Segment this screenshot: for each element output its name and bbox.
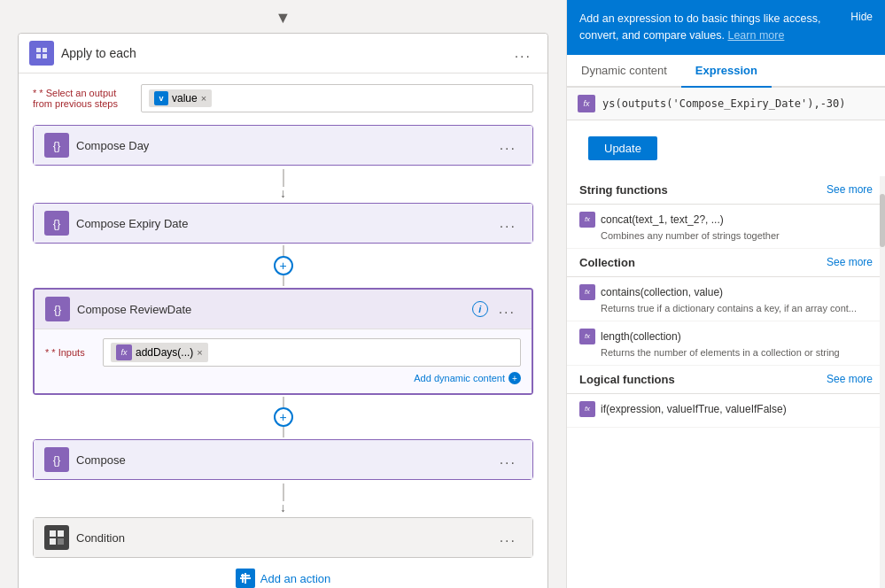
contains-desc: Returns true if a dictionary contains a …: [601, 303, 873, 313]
compose-expiry-card: {} Compose Expiry Date ...: [33, 203, 533, 244]
concat-name: concat(text_1, text_2?, ...): [601, 213, 724, 226]
condition-more-button[interactable]: ...: [494, 528, 522, 547]
compose-day-header[interactable]: {} Compose Day ...: [34, 126, 532, 165]
svg-rect-6: [50, 538, 56, 545]
string-functions-title: String functions: [579, 183, 668, 197]
svg-rect-4: [50, 530, 56, 537]
condition-card: Condition ...: [33, 517, 533, 558]
function-item-length[interactable]: fx length(collection) Returns the number…: [567, 321, 885, 366]
plus-button-2[interactable]: +: [274, 407, 293, 427]
apply-each-body: * * Select an output from previous steps…: [19, 74, 547, 588]
expression-input[interactable]: [602, 97, 874, 110]
scrollbar-thumb[interactable]: [880, 194, 885, 247]
condition-header[interactable]: Condition ...: [34, 518, 532, 557]
line-top: [283, 245, 284, 256]
input-row: * * Inputs fx addDays(...) ×: [45, 338, 521, 367]
compose-expiry-title: Compose Expiry Date: [76, 217, 188, 230]
length-fx-icon: fx: [579, 329, 595, 344]
compose-header[interactable]: {} Compose ...: [34, 440, 532, 479]
expression-input-row: fx: [567, 88, 885, 120]
compose-review-card: {} Compose ReviewDate i ... * * Inputs: [33, 288, 533, 395]
string-functions-see-more[interactable]: See more: [827, 183, 873, 196]
plus-button-1[interactable]: +: [274, 256, 293, 275]
length-name: length(collection): [601, 330, 681, 343]
apply-each-header: Apply to each ...: [19, 34, 547, 74]
compose-expiry-icon: {}: [44, 211, 69, 236]
contains-name: contains(collection, value): [601, 286, 723, 298]
value-tag: v value ×: [149, 89, 212, 107]
connector-2: ↓: [33, 484, 533, 514]
svg-rect-7: [58, 538, 64, 545]
compose-review-icon: {}: [45, 297, 70, 321]
select-output-label: * * Select an output from previous steps: [33, 88, 130, 109]
collection-see-more[interactable]: See more: [827, 256, 873, 268]
tab-dynamic-content[interactable]: Dynamic content: [567, 55, 681, 88]
compose-expiry-header[interactable]: {} Compose Expiry Date ...: [34, 204, 532, 243]
line-top-2: [283, 397, 284, 407]
top-connector: ▼: [18, 9, 548, 27]
function-item-if[interactable]: fx if(expression, valueIfTrue, valueIfFa…: [567, 394, 885, 428]
compose-more-button[interactable]: ...: [494, 450, 522, 469]
length-desc: Returns the number of elements in a coll…: [601, 347, 873, 358]
concat-desc: Combines any number of strings together: [601, 230, 873, 241]
svg-rect-2: [36, 54, 41, 58]
apply-each-icon: [29, 41, 54, 66]
tab-expression[interactable]: Expression: [681, 55, 772, 88]
apply-each-container: Apply to each ... * * Select an output f…: [18, 33, 548, 588]
formula-close-button[interactable]: ×: [197, 347, 202, 358]
compose-day-card: {} Compose Day ...: [33, 125, 533, 166]
compose-day-more-button[interactable]: ...: [494, 135, 522, 155]
collection-title: Collection: [579, 256, 635, 269]
add-action-icon: [236, 569, 255, 588]
function-item-contains[interactable]: fx contains(collection, value) Returns t…: [567, 277, 885, 321]
down-arrow-icon: ▼: [276, 9, 291, 27]
compose-card: {} Compose ...: [33, 439, 533, 480]
input-label: * * Inputs: [45, 347, 94, 358]
if-fx-icon: fx: [579, 401, 595, 417]
svg-rect-0: [36, 48, 41, 52]
connector-1: ↓: [33, 169, 533, 199]
functions-container: String functions See more fx concat(text…: [567, 176, 885, 589]
string-functions-section: String functions See more: [567, 176, 885, 205]
logical-see-more[interactable]: See more: [827, 373, 873, 385]
compose-icon: {}: [44, 447, 69, 472]
compose-review-more-button[interactable]: ...: [493, 299, 521, 319]
add-action-label: Add an action: [260, 572, 331, 585]
expression-fx-icon: fx: [578, 95, 595, 112]
condition-icon: [44, 525, 69, 550]
update-button[interactable]: Update: [588, 136, 657, 160]
line-bottom: [283, 275, 284, 286]
svg-rect-11: [245, 573, 246, 584]
value-icon: v: [154, 91, 168, 105]
info-banner: Add an expression to do basic things lik…: [567, 0, 885, 55]
connector-arrow-icon: ↓: [280, 187, 286, 199]
learn-more-link[interactable]: Learn more: [727, 29, 784, 42]
function-item-concat[interactable]: fx concat(text_1, text_2?, ...) Combines…: [567, 205, 885, 249]
add-dynamic-icon: +: [508, 372, 521, 384]
svg-rect-1: [43, 48, 47, 52]
hide-button[interactable]: Hide: [850, 11, 873, 23]
compose-expiry-more-button[interactable]: ...: [494, 213, 522, 233]
scrollbar-track: [880, 176, 885, 589]
info-icon[interactable]: i: [472, 301, 488, 317]
add-dynamic-content[interactable]: Add dynamic content +: [45, 372, 521, 384]
collection-section: Collection See more: [567, 249, 885, 277]
compose-day-icon: {}: [44, 133, 69, 158]
compose-title: Compose: [76, 453, 126, 467]
value-tag-container[interactable]: v value ×: [141, 84, 533, 112]
select-output-row: * * Select an output from previous steps…: [33, 84, 533, 112]
apply-each-more-button[interactable]: ...: [509, 43, 537, 63]
svg-rect-3: [43, 54, 47, 58]
add-action-row[interactable]: Add an action: [33, 558, 533, 588]
connector-line-2: [283, 484, 284, 501]
compose-review-header[interactable]: {} Compose ReviewDate i ...: [35, 290, 532, 329]
concat-fx-icon: fx: [579, 212, 595, 228]
formula-tag-container[interactable]: fx addDays(...) ×: [103, 338, 521, 367]
logical-section: Logical functions See more: [567, 366, 885, 394]
svg-rect-5: [58, 530, 64, 537]
value-close-button[interactable]: ×: [201, 93, 206, 104]
fx-icon: fx: [116, 344, 132, 360]
line-bottom-2: [283, 427, 284, 437]
apply-each-header-left: Apply to each: [29, 41, 136, 66]
formula-tag: fx addDays(...) ×: [111, 343, 208, 362]
